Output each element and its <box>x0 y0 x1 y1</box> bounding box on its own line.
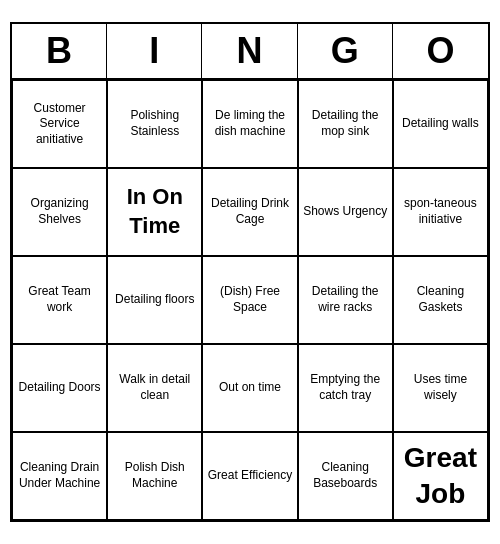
bingo-cell-11[interactable]: Detailing floors <box>107 256 202 344</box>
bingo-header: BINGO <box>12 24 488 80</box>
header-letter-i: I <box>107 24 202 78</box>
bingo-cell-8[interactable]: Shows Urgency <box>298 168 393 256</box>
bingo-cell-20[interactable]: Cleaning Drain Under Machine <box>12 432 107 520</box>
bingo-cell-15[interactable]: Detailing Doors <box>12 344 107 432</box>
header-letter-b: B <box>12 24 107 78</box>
bingo-cell-6[interactable]: In On Time <box>107 168 202 256</box>
bingo-cell-14[interactable]: Cleaning Gaskets <box>393 256 488 344</box>
bingo-cell-16[interactable]: Walk in detail clean <box>107 344 202 432</box>
bingo-cell-0[interactable]: Customer Service anitiative <box>12 80 107 168</box>
bingo-cell-18[interactable]: Emptying the catch tray <box>298 344 393 432</box>
bingo-grid: Customer Service anitiativePolishing Sta… <box>12 80 488 520</box>
bingo-cell-1[interactable]: Polishing Stainless <box>107 80 202 168</box>
header-letter-o: O <box>393 24 488 78</box>
bingo-cell-24[interactable]: Great Job <box>393 432 488 520</box>
bingo-cell-10[interactable]: Great Team work <box>12 256 107 344</box>
bingo-cell-7[interactable]: Detailing Drink Cage <box>202 168 297 256</box>
bingo-cell-9[interactable]: spon-taneous initiative <box>393 168 488 256</box>
bingo-cell-4[interactable]: Detailing walls <box>393 80 488 168</box>
header-letter-n: N <box>202 24 297 78</box>
bingo-cell-21[interactable]: Polish Dish Machine <box>107 432 202 520</box>
bingo-cell-23[interactable]: Cleaning Baseboards <box>298 432 393 520</box>
bingo-cell-13[interactable]: Detailing the wire racks <box>298 256 393 344</box>
bingo-cell-22[interactable]: Great Efficiency <box>202 432 297 520</box>
bingo-cell-12[interactable]: (Dish) Free Space <box>202 256 297 344</box>
bingo-cell-17[interactable]: Out on time <box>202 344 297 432</box>
bingo-cell-19[interactable]: Uses time wisely <box>393 344 488 432</box>
bingo-cell-3[interactable]: Detailing the mop sink <box>298 80 393 168</box>
bingo-card: BINGO Customer Service anitiativePolishi… <box>10 22 490 522</box>
bingo-cell-2[interactable]: De liming the dish machine <box>202 80 297 168</box>
bingo-cell-5[interactable]: Organizing Shelves <box>12 168 107 256</box>
header-letter-g: G <box>298 24 393 78</box>
